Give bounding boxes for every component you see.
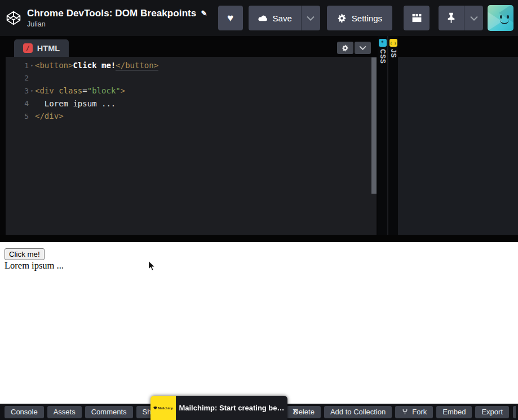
editor-pane-actions xyxy=(337,42,371,54)
heart-icon: ♥ xyxy=(227,12,233,24)
codepen-editor-window: Chrome DevTools: DOM Breakpoints ✎ Julia… xyxy=(0,0,518,420)
save-button[interactable]: Save xyxy=(249,6,301,30)
preview-pane: Click me! Lorem ipsum ... xyxy=(0,242,518,404)
mouse-cursor-icon xyxy=(148,260,156,272)
html-panel-icon: / xyxy=(23,43,33,53)
html-tab-label: HTML xyxy=(37,44,60,53)
pen-title-text: Chrome DevTools: DOM Breakpoints xyxy=(27,8,196,19)
layout-grid-icon xyxy=(411,14,422,23)
fork-button[interactable]: Fork xyxy=(395,406,433,418)
pane-divider[interactable] xyxy=(0,235,518,242)
code-token: <div xyxy=(35,86,54,95)
header-actions: ♥ Save Settings xyxy=(218,5,513,31)
console-button[interactable]: Console xyxy=(5,406,44,418)
js-tab-label: JS xyxy=(389,49,397,58)
layout-view-button[interactable] xyxy=(404,6,430,30)
code-token: class xyxy=(54,86,83,95)
code-token: > xyxy=(121,86,125,95)
like-button[interactable]: ♥ xyxy=(218,6,243,30)
code-line: 2 xyxy=(6,72,377,85)
footer-right-actions: Delete Add to Collection Fork Embed Expo… xyxy=(267,406,516,418)
editor-settings-button[interactable] xyxy=(337,42,353,54)
code-token: <button> xyxy=(35,61,73,70)
css-panel-icon: * xyxy=(379,39,387,47)
editor-tab-row: / HTML xyxy=(6,36,377,57)
mailchimp-wordmark: Mailchimp xyxy=(158,406,174,410)
edit-title-icon[interactable]: ✎ xyxy=(201,9,207,17)
code-editor[interactable]: 1▾ <button>Click me!</button> 2 3▾ <div … xyxy=(6,57,377,235)
code-token: = xyxy=(82,86,87,95)
add-to-collection-button[interactable]: Add to Collection xyxy=(324,406,392,418)
embed-button[interactable]: Embed xyxy=(436,406,472,418)
pin-split-button xyxy=(439,6,483,30)
code-line: 1▾ <button>Click me!</button> xyxy=(6,59,377,72)
js-panel-icon: ( ) xyxy=(389,39,397,47)
chevron-down-icon xyxy=(307,16,315,21)
line-number: 2 xyxy=(24,74,29,82)
line-number: 5 xyxy=(24,112,29,120)
html-editor-pane: / HTML xyxy=(6,36,377,235)
line-number: 4 xyxy=(24,99,29,108)
code-line: 5 </div> xyxy=(6,110,377,123)
fold-icon[interactable]: ▾ xyxy=(29,63,35,68)
pin-dropdown-button[interactable] xyxy=(464,6,483,30)
cloud-icon xyxy=(258,15,268,22)
pen-title: Chrome DevTools: DOM Breakpoints ✎ xyxy=(27,8,207,19)
editor-collapse-button[interactable] xyxy=(355,42,371,54)
save-label: Save xyxy=(273,14,292,23)
export-button[interactable]: Export xyxy=(475,406,509,418)
gear-icon xyxy=(342,44,349,52)
codepen-logo-icon[interactable] xyxy=(6,10,21,26)
save-split-button: Save xyxy=(249,6,320,30)
fork-icon xyxy=(401,408,409,415)
mailchimp-ad[interactable]: Mailchimp Mailchimp: Start creating be… xyxy=(150,396,287,420)
code-token: </button> xyxy=(116,61,158,70)
line-number: 3 xyxy=(24,87,29,95)
editor-scrollbar[interactable] xyxy=(371,57,377,234)
ad-text: Mailchimp: Start creating be… xyxy=(179,404,284,412)
editor-zone: / HTML xyxy=(0,36,518,235)
code-line: 4 Lorem ipsum ... xyxy=(6,97,377,110)
js-collapsed-panel[interactable]: ( ) JS xyxy=(388,36,398,235)
preview-click-me-button[interactable]: Click me! xyxy=(5,248,45,260)
code-token: "block" xyxy=(87,86,121,95)
brand: Chrome DevTools: DOM Breakpoints ✎ Julia… xyxy=(6,8,207,28)
header-bar: Chrome DevTools: DOM Breakpoints ✎ Julia… xyxy=(0,0,518,36)
editor-empty-area xyxy=(398,36,518,235)
line-number: 1 xyxy=(24,61,29,70)
pin-button[interactable] xyxy=(439,6,464,30)
mailchimp-logo: Mailchimp xyxy=(150,396,176,420)
chevron-down-icon xyxy=(359,46,366,50)
fork-label: Fork xyxy=(412,408,427,416)
gear-icon xyxy=(337,14,347,23)
save-dropdown-button[interactable] xyxy=(301,6,320,30)
pin-icon xyxy=(447,12,455,24)
title-block: Chrome DevTools: DOM Breakpoints ✎ Julia… xyxy=(27,8,207,28)
clipped-button[interactable] xyxy=(513,406,516,418)
chevron-down-icon xyxy=(470,16,478,21)
ad-close-button[interactable]: ✕ xyxy=(289,405,302,418)
mailchimp-freddie-icon xyxy=(153,406,157,410)
fold-icon[interactable]: ▾ xyxy=(29,88,35,93)
settings-label: Settings xyxy=(352,14,382,23)
assets-button[interactable]: Assets xyxy=(47,406,82,418)
scrollbar-thumb[interactable] xyxy=(371,57,377,194)
preview-lorem-text: Lorem ipsum ... xyxy=(5,260,64,271)
code-line: 3▾ <div class="block"> xyxy=(6,84,377,97)
comments-button[interactable]: Comments xyxy=(85,406,133,418)
code-token: </div> xyxy=(35,111,64,120)
avatar[interactable] xyxy=(488,5,513,31)
code-token: Lorem ipsum ... xyxy=(35,99,116,108)
pen-author[interactable]: Julian xyxy=(27,20,207,28)
css-tab-label: CSS xyxy=(379,49,387,64)
tab-html[interactable]: / HTML xyxy=(14,39,69,57)
settings-button[interactable]: Settings xyxy=(327,6,392,30)
code-token: Click me! xyxy=(73,61,116,70)
css-collapsed-panel[interactable]: * CSS xyxy=(378,36,387,235)
